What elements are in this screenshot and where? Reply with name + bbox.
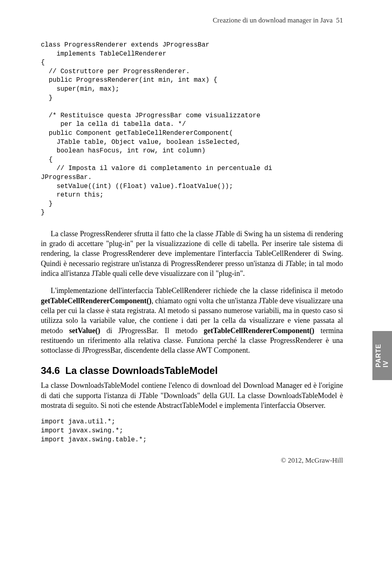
code-block-2: import java.util.*; import javax.swing.*…	[41, 418, 343, 444]
paragraph-1: La classe ProgressRenderer sfrutta il fa…	[41, 229, 343, 278]
code-block-1: class ProgressRenderer extends JProgress…	[41, 41, 343, 217]
p2-bold-2: setValue()	[69, 327, 100, 335]
paragraph-3: La classe DownloadsTableModel contiene l…	[41, 380, 343, 410]
section-title: La classe DownloadsTableModel	[65, 365, 218, 376]
copyright-text: © 2012, McGraw-Hill	[281, 456, 343, 464]
running-header: Creazione di un download manager in Java…	[41, 16, 343, 25]
page-container: Creazione di un download manager in Java…	[0, 0, 392, 481]
running-title: Creazione di un download manager in Java	[213, 16, 333, 24]
p2-bold-3: getTableCellRendererComponent()	[204, 327, 314, 335]
p2-a: L'implementazione dell'interfaccia Table…	[51, 286, 343, 295]
page-number: 51	[336, 16, 343, 24]
paragraph-2: L'implementazione dell'interfaccia Table…	[41, 286, 343, 355]
section-number: 34.6	[41, 365, 60, 376]
part-tab: PARTE IV	[372, 331, 392, 380]
section-heading: 34.6 La classe DownloadsTableModel	[41, 365, 343, 376]
paragraph-1-text: La classe ProgressRenderer sfrutta il fa…	[41, 230, 343, 277]
p2-bold-1: getTableCellRendererComponent()	[41, 297, 151, 305]
part-tab-label: PARTE IV	[375, 344, 390, 367]
p2-d: di JProgressBar. Il metodo	[100, 327, 204, 335]
footer: © 2012, McGraw-Hill	[41, 456, 343, 465]
